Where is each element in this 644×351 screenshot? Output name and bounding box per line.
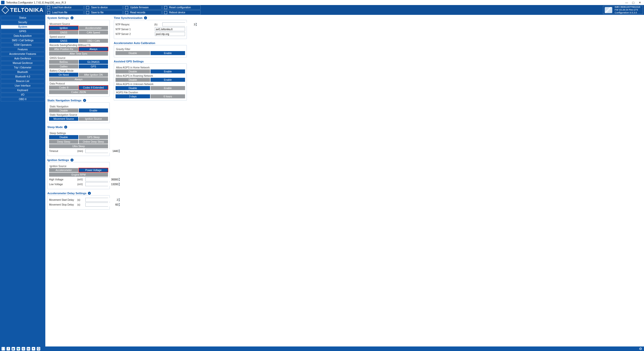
- numeric-stepper[interactable]: ▴▾: [85, 177, 108, 181]
- sidebar-item-gprs[interactable]: GPRS: [1, 29, 45, 33]
- sidebar-item-trip-odometer[interactable]: Trip \ Odometer: [1, 66, 45, 70]
- toolbar-read-records-button[interactable]: Read records: [123, 10, 162, 15]
- sidebar-item-bluetooth[interactable]: Bluetooth: [1, 70, 45, 74]
- sidebar-item-keyboard[interactable]: Keyboard: [1, 88, 45, 92]
- numeric-stepper[interactable]: ▴▾: [85, 149, 108, 153]
- option-disable[interactable]: Disable: [49, 135, 78, 139]
- toolbar-save-to-file-button[interactable]: Save to file: [84, 10, 123, 15]
- option-movement-source[interactable]: Movement Source: [49, 117, 78, 121]
- option-after-position-fix[interactable]: After Position Fix: [49, 47, 78, 51]
- option-engine-rpm[interactable]: Engine RPM: [49, 173, 108, 177]
- footer-social-icon[interactable]: ▶: [12, 347, 15, 350]
- spin-down-icon[interactable]: ▾: [196, 24, 197, 26]
- option-3-days[interactable]: 3 days: [116, 94, 150, 98]
- numeric-input[interactable]: [86, 203, 119, 206]
- sidebar-item-i-o[interactable]: I/O: [1, 93, 45, 97]
- option-gps-sleep[interactable]: GPS Sleep: [79, 135, 108, 139]
- option-always[interactable]: Always: [49, 77, 108, 81]
- option-gnss[interactable]: GNSS: [49, 39, 78, 43]
- sidebar-item-user-interface[interactable]: User Interface: [1, 84, 45, 88]
- option-power-voltage[interactable]: Power Voltage: [79, 168, 108, 172]
- info-icon[interactable]: i: [144, 16, 147, 19]
- option-ignition[interactable]: Ignition: [49, 26, 78, 30]
- sidebar-item-beacon-list[interactable]: Beacon List: [1, 79, 45, 83]
- footer-social-icon[interactable]: ⋮⋮: [2, 347, 5, 350]
- sidebar-item-manual-geofence[interactable]: Manual Geofence: [1, 61, 45, 65]
- sidebar-item-data-acquisition[interactable]: Data Acquisition: [1, 34, 45, 38]
- settings-gear-icon[interactable]: ⚙: [638, 347, 642, 351]
- info-icon[interactable]: i: [64, 126, 67, 129]
- spin-up-icon[interactable]: ▴: [119, 198, 120, 200]
- option-codec-json[interactable]: Codec JSON: [49, 90, 108, 94]
- toolbar-load-from-device-button[interactable]: Load from device: [45, 5, 84, 10]
- footer-social-icon[interactable]: ⓘ: [37, 347, 40, 350]
- option-accelerometer[interactable]: Accelerometer: [49, 168, 78, 172]
- spin-up-icon[interactable]: ▴: [196, 23, 197, 24]
- spin-up-icon[interactable]: ▴: [119, 149, 120, 151]
- toolbar-reset-configuration-button[interactable]: Reset configuration: [162, 5, 201, 10]
- option-gps[interactable]: GPS: [79, 64, 108, 68]
- numeric-stepper[interactable]: ▴▾: [162, 22, 185, 26]
- sidebar-item-bluetooth-4-0[interactable]: Bluetooth 4.0: [1, 75, 45, 79]
- option-galileo[interactable]: Galileo: [49, 64, 78, 68]
- sidebar-item-auto-geofence[interactable]: Auto Geofence: [1, 57, 45, 61]
- sidebar-item-features[interactable]: Features: [1, 48, 45, 52]
- option-codec-8-extended[interactable]: Codec 8 Extended: [79, 86, 108, 90]
- option-disable[interactable]: Disable: [116, 86, 150, 90]
- option-enable[interactable]: Enable: [79, 108, 108, 112]
- footer-social-icon[interactable]: ✦: [32, 347, 35, 350]
- numeric-input[interactable]: [86, 178, 119, 181]
- option-can-speed[interactable]: CAN Speed: [79, 30, 108, 34]
- option-disable[interactable]: Disable: [116, 78, 150, 82]
- info-icon[interactable]: i: [70, 16, 74, 19]
- sidebar-item-status[interactable]: Status: [1, 16, 45, 20]
- footer-social-icon[interactable]: G: [22, 347, 25, 350]
- option-disable[interactable]: Disable: [116, 69, 150, 73]
- option-always[interactable]: Always: [79, 47, 108, 51]
- option-disable[interactable]: Disable: [49, 108, 78, 112]
- sidebar-item-sms-call-settings[interactable]: SMS \ Call Settings: [1, 38, 45, 43]
- footer-social-icon[interactable]: in: [27, 347, 30, 350]
- numeric-stepper[interactable]: ▴▾: [85, 182, 108, 186]
- option-gnss[interactable]: GNSS: [49, 30, 78, 34]
- option-enable[interactable]: Enable: [151, 78, 185, 82]
- numeric-input[interactable]: [163, 23, 196, 26]
- sidebar-item-system[interactable]: System: [1, 25, 45, 29]
- spin-up-icon[interactable]: ▴: [119, 203, 120, 205]
- numeric-stepper[interactable]: ▴▾: [85, 198, 108, 202]
- spin-down-icon[interactable]: ▾: [119, 179, 120, 181]
- option-obd-can[interactable]: OBD / CAN: [79, 39, 108, 43]
- option-beidou[interactable]: BeiDou: [49, 60, 78, 64]
- option-online-deep-sleep[interactable]: Online Deep Sleep: [79, 140, 108, 144]
- toolbar-save-to-device-button[interactable]: Save to device: [84, 5, 123, 10]
- spin-down-icon[interactable]: ▾: [119, 184, 120, 186]
- option-enable[interactable]: Enable: [151, 86, 185, 90]
- spin-down-icon[interactable]: ▾: [119, 151, 120, 153]
- option-after-time-sync[interactable]: After Time Sync: [49, 52, 108, 56]
- sidebar-item-security[interactable]: Security: [1, 20, 45, 24]
- option-after-ignition-on[interactable]: After Ignition ON: [79, 73, 108, 77]
- spin-up-icon[interactable]: ▴: [119, 182, 120, 184]
- footer-social-icon[interactable]: 🐦: [17, 347, 20, 350]
- info-icon[interactable]: i: [83, 99, 86, 102]
- numeric-stepper[interactable]: ▴▾: [85, 203, 108, 207]
- option-6-hours[interactable]: 6 hours: [151, 94, 185, 98]
- option-ignition-source[interactable]: Ignition Source: [79, 117, 108, 121]
- option-enable[interactable]: Enable: [151, 69, 185, 73]
- info-icon[interactable]: i: [70, 159, 74, 162]
- window-close-button[interactable]: ✕: [636, 1, 643, 4]
- option-enable[interactable]: Enable: [151, 51, 185, 55]
- sidebar-item-accelerometer-features[interactable]: Accelerometer Features: [1, 52, 45, 56]
- window-minimize-button[interactable]: —: [623, 1, 630, 4]
- spin-up-icon[interactable]: ▴: [119, 178, 120, 179]
- text-input[interactable]: [155, 27, 185, 31]
- toolbar-reboot-device-button[interactable]: Reboot device: [162, 10, 201, 15]
- toolbar-load-from-file-button[interactable]: Load from file: [45, 10, 84, 15]
- numeric-input[interactable]: [86, 198, 119, 202]
- option-on-need[interactable]: On Need: [49, 73, 78, 77]
- numeric-input[interactable]: [86, 149, 119, 153]
- spin-down-icon[interactable]: ▾: [119, 200, 120, 202]
- sidebar-item-gsm-operators[interactable]: GSM Operators: [1, 43, 45, 47]
- numeric-input[interactable]: [86, 182, 119, 186]
- info-icon[interactable]: i: [88, 192, 91, 195]
